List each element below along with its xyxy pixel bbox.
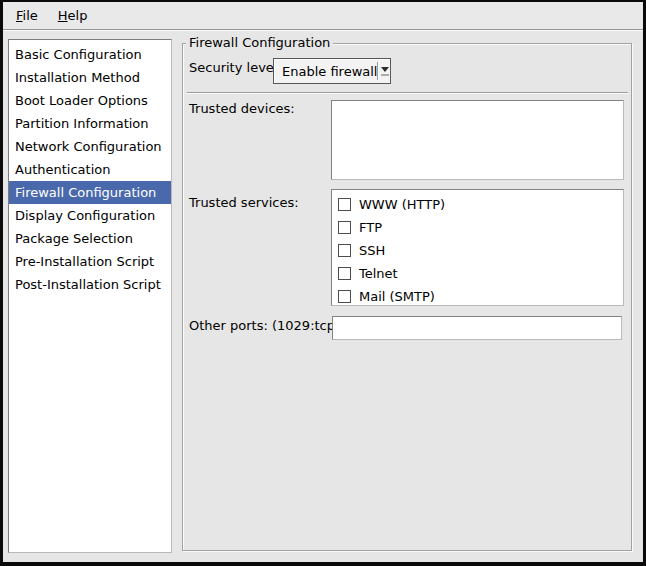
sidebar-section-list[interactable]: Basic ConfigurationInstallation MethodBo… [8, 39, 172, 553]
other-ports-input[interactable] [332, 316, 622, 340]
horizontal-separator [187, 92, 628, 94]
sidebar-item[interactable]: Pre-Installation Script [9, 250, 171, 273]
trusted-devices-label: Trusted devices: [189, 101, 295, 116]
trusted-service-row[interactable]: Telnet [332, 262, 623, 285]
kickstart-configurator-window: { "menu": { "items": [ { "id": "file", "… [0, 0, 646, 566]
trusted-service-label: SSH [359, 243, 385, 258]
menu-item-help[interactable]: Help [48, 4, 98, 28]
frame-title: Firewall Configuration [186, 35, 333, 50]
checkbox-icon[interactable] [338, 221, 351, 234]
trusted-service-row[interactable]: SSH [332, 239, 623, 262]
security-level-label: Security level: [189, 60, 282, 75]
menu-bar: FileHelp [3, 2, 643, 30]
checkbox-icon[interactable] [338, 290, 351, 303]
trusted-service-row[interactable]: FTP [332, 216, 623, 239]
checkbox-icon[interactable] [338, 267, 351, 280]
sidebar-item[interactable]: Package Selection [9, 227, 171, 250]
sidebar-item[interactable]: Post-Installation Script [9, 273, 171, 296]
sidebar-item[interactable]: Installation Method [9, 66, 171, 89]
sidebar-item[interactable]: Partition Information [9, 112, 171, 135]
trusted-service-label: FTP [359, 220, 382, 235]
chevron-down-icon[interactable] [379, 59, 390, 83]
sidebar-item[interactable]: Network Configuration [9, 135, 171, 158]
trusted-services-list[interactable]: WWW (HTTP) FTP SSH Telnet Mail (SMTP) [331, 189, 624, 306]
sidebar-item[interactable]: Firewall Configuration [9, 181, 171, 204]
other-ports-label: Other ports: (1029:tcp) [189, 318, 340, 333]
trusted-service-label: Mail (SMTP) [359, 289, 435, 304]
sidebar-item[interactable]: Display Configuration [9, 204, 171, 227]
checkbox-icon[interactable] [338, 244, 351, 257]
trusted-service-row[interactable]: Mail (SMTP) [332, 285, 623, 306]
security-level-value: Enable firewall [274, 59, 377, 83]
trusted-services-label: Trusted services: [189, 195, 299, 210]
trusted-service-row[interactable]: WWW (HTTP) [332, 193, 623, 216]
menu-item-file[interactable]: File [6, 4, 48, 28]
trusted-devices-list[interactable] [331, 100, 624, 180]
security-level-dropdown[interactable]: Enable firewall [273, 58, 391, 84]
firewall-config-frame: Firewall Configuration Security level: E… [182, 43, 632, 551]
trusted-service-label: Telnet [359, 266, 398, 281]
checkbox-icon[interactable] [338, 198, 351, 211]
sidebar-item[interactable]: Authentication [9, 158, 171, 181]
trusted-service-label: WWW (HTTP) [359, 197, 445, 212]
sidebar-item[interactable]: Boot Loader Options [9, 89, 171, 112]
sidebar-item[interactable]: Basic Configuration [9, 43, 171, 66]
